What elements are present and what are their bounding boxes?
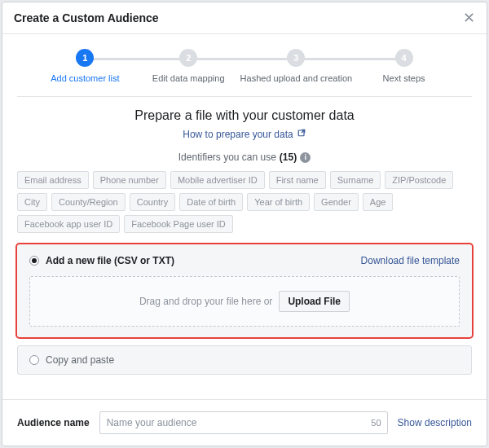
identifier-chip: Phone number: [93, 171, 166, 189]
identifier-chip: Date of birth: [179, 193, 243, 211]
radio-icon: [29, 355, 39, 365]
identifiers-heading: Identifiers you can use (15) i: [17, 152, 472, 163]
info-icon[interactable]: i: [300, 152, 311, 163]
step-connector: [188, 58, 292, 60]
step-circle: 2: [179, 49, 197, 67]
prepare-title: Prepare a file with your customer data: [17, 108, 472, 123]
identifier-chip: Mobile advertiser ID: [170, 171, 265, 189]
char-count: 50: [371, 418, 381, 428]
step-4[interactable]: 4Next steps: [352, 49, 456, 83]
show-description-link[interactable]: Show description: [398, 417, 472, 428]
audience-name-wrap: 50: [99, 411, 388, 434]
step-2[interactable]: 2Edit data mapping: [137, 49, 240, 83]
step-circle: 4: [395, 49, 413, 67]
identifier-chip: Year of birth: [247, 193, 310, 211]
close-icon[interactable]: ✕: [463, 11, 475, 25]
add-file-header: Add a new file (CSV or TXT) Download fil…: [29, 255, 460, 266]
identifier-chip: Gender: [314, 193, 359, 211]
add-file-radio[interactable]: Add a new file (CSV or TXT): [29, 255, 174, 266]
identifier-chip: Age: [363, 193, 394, 211]
identifier-chip: First name: [269, 171, 326, 189]
identifier-chip: Surname: [330, 171, 381, 189]
identifier-chip: Email address: [17, 171, 89, 189]
step-1[interactable]: 1Add customer list: [33, 49, 137, 83]
audience-name-input[interactable]: [99, 411, 388, 434]
modal-body: 1Add customer list2Edit data mapping3Has…: [2, 34, 487, 399]
custom-audience-modal: Create a Custom Audience ✕ 1Add customer…: [2, 2, 487, 446]
step-circle: 3: [287, 49, 305, 67]
step-label: Hashed upload and creation: [240, 73, 353, 83]
step-circle: 1: [76, 49, 94, 67]
identifier-chip: City: [17, 193, 47, 211]
step-3[interactable]: 3Hashed upload and creation: [240, 49, 353, 83]
identifiers-label: Identifiers you can use: [178, 152, 276, 163]
add-file-option[interactable]: Add a new file (CSV or TXT) Download fil…: [17, 244, 472, 337]
step-connector: [85, 58, 188, 60]
audience-name-label: Audience name: [17, 417, 90, 428]
identifier-chip: ZIP/Postcode: [385, 171, 453, 189]
drop-hint: Drag and drop your file here or: [139, 296, 272, 307]
identifiers-count: (15): [280, 152, 297, 163]
stepper: 1Add customer list2Edit data mapping3Has…: [17, 46, 472, 96]
step-label: Edit data mapping: [152, 73, 225, 83]
identifier-chip: County/Region: [51, 193, 126, 211]
step-connector: [296, 58, 408, 60]
step-label: Next steps: [383, 73, 425, 83]
identifier-chips: Email addressPhone numberMobile advertis…: [17, 171, 472, 233]
modal-header: Create a Custom Audience ✕: [2, 2, 487, 34]
divider: [17, 96, 472, 97]
copy-paste-label: Copy and paste: [46, 354, 114, 366]
identifier-chip: Facebook app user ID: [17, 215, 120, 233]
prepare-data-link[interactable]: How to prepare your data: [17, 128, 472, 140]
download-template-link[interactable]: Download file template: [361, 255, 460, 266]
step-label: Add customer list: [51, 73, 119, 83]
modal-footer: Audience name 50 Show description: [2, 399, 487, 446]
prepare-link-text: How to prepare your data: [183, 129, 293, 140]
copy-paste-option[interactable]: Copy and paste: [17, 345, 472, 375]
external-link-icon: [297, 128, 306, 140]
identifier-chip: Country: [130, 193, 176, 211]
upload-file-button[interactable]: Upload File: [279, 291, 350, 312]
upload-options: Add a new file (CSV or TXT) Download fil…: [17, 244, 472, 375]
radio-icon: [29, 256, 39, 266]
identifier-chip: Facebook Page user ID: [124, 215, 233, 233]
add-file-label: Add a new file (CSV or TXT): [46, 255, 174, 266]
modal-title: Create a Custom Audience: [14, 11, 159, 24]
file-dropzone[interactable]: Drag and drop your file here or Upload F…: [29, 276, 460, 327]
copy-paste-radio[interactable]: Copy and paste: [29, 354, 460, 366]
